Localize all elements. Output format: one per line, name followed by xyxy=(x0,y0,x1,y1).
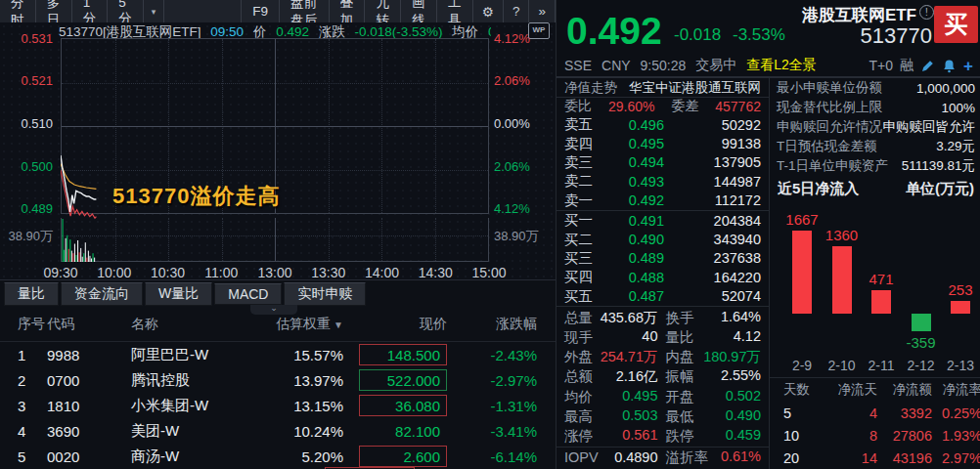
flow-bar-date: 2-12 xyxy=(900,358,943,373)
net-inflow-chart: 16672-913602-104712-11-3592-122532-13 xyxy=(770,201,980,373)
level-price: 0.489 xyxy=(603,250,664,266)
gridline-v xyxy=(115,218,116,261)
tab-3[interactable]: MACD xyxy=(214,283,282,305)
x-tick-label: 09:30 xyxy=(43,265,77,280)
edit-icon[interactable] xyxy=(920,59,935,73)
bid-row[interactable]: 买二0.490343940 xyxy=(557,230,769,248)
holdings-header-row: 序号 代码 名称 估算权重▼ 现价 涨跌幅 xyxy=(0,308,556,342)
add-icon[interactable]: + xyxy=(963,59,973,73)
info-circle-icon[interactable]: ! xyxy=(919,5,934,20)
toolbar-button-1[interactable]: 多日 xyxy=(36,0,72,22)
etf-info-rows: 最小申赎单位份额1,000,000现金替代比例上限100%申购赎回允许情况申购赎… xyxy=(770,78,980,176)
stat-value: 0.490 xyxy=(726,407,761,426)
help-icon[interactable]: ? xyxy=(504,0,530,22)
toolbar-button-0[interactable]: 分时 xyxy=(0,0,36,22)
bottom-panel: 量比资金流向W量比MACD实时申赎 ⌄ 序号 代码 名称 估算权重▼ 现价 涨跌… xyxy=(0,279,556,469)
nav-row[interactable]: 净值走势 华宝中证港股通互联网 xyxy=(557,78,769,98)
price-box: 522.000 xyxy=(359,369,447,391)
table-row[interactable]: 50020商汤-W5.20%2.600-6.14% xyxy=(0,444,556,469)
table-row[interactable]: 20700腾讯控股13.97%522.000-2.97% xyxy=(0,367,556,393)
gear-icon[interactable]: ⚙ xyxy=(473,0,504,22)
orderbook-column: 净值走势 华宝中证港股通互联网 委比 29.60% 委差 457762 卖五0.… xyxy=(557,78,769,469)
toolbar-button-r2[interactable]: 叠加 xyxy=(330,0,366,22)
toolbar-button-2[interactable]: 1分 xyxy=(72,0,109,22)
ask-row[interactable]: 卖四0.49599138 xyxy=(557,134,769,152)
cell-code: 3690 xyxy=(47,423,111,440)
quote-time: 9:50:28 xyxy=(641,58,687,73)
cell-price: 148.500 xyxy=(353,344,447,365)
table-row[interactable]: 19988阿里巴巴-W15.57%148.500-2.43% xyxy=(0,342,556,367)
toolbar-button-r3[interactable]: 九转 xyxy=(365,0,401,22)
cell-name: 腾讯控股 xyxy=(131,371,268,390)
commission-ratio-row: 委比 29.60% 委差 457762 xyxy=(557,98,769,115)
ask-row[interactable]: 卖三0.494137905 xyxy=(557,153,769,172)
stat-value: 254.71万 xyxy=(601,348,658,366)
top-toolbar: 分时多日1分5分▾F9盘前盘后叠加九转画线工具⚙?» xyxy=(0,0,556,23)
bid-row[interactable]: 买四0.488164220 xyxy=(557,268,769,286)
stat-cell: 总量435.68万 xyxy=(557,309,663,327)
stat-value: 40 xyxy=(642,328,657,347)
level-price: 0.492 xyxy=(603,192,664,208)
bid-row[interactable]: 买三0.489237638 xyxy=(557,249,769,268)
flow-table-row: 5433920.25% xyxy=(770,402,980,424)
tab-2[interactable]: W量比 xyxy=(145,282,212,306)
toolbar-button-r5[interactable]: 工具 xyxy=(437,0,473,22)
y-right-label: 2.06% xyxy=(492,159,551,174)
flow-net-days: 8 xyxy=(821,428,877,444)
flow-table-row: 108278061.93% xyxy=(770,424,980,447)
stat-cell: 均价0.495 xyxy=(557,388,663,406)
toolbar-button-r1[interactable]: 盘前盘后 xyxy=(280,0,330,22)
flow-bar-date: 2-11 xyxy=(860,358,903,373)
stat-label: 外盘 xyxy=(564,348,593,366)
price-box: 2.600 xyxy=(359,446,447,467)
tab-1[interactable]: 资金流向 xyxy=(61,282,143,306)
gridline-v xyxy=(275,218,276,261)
stat-label: 现手 xyxy=(564,328,593,347)
cell-price: 82.100 xyxy=(353,420,447,442)
info-row: 现金替代比例上限100% xyxy=(770,98,980,117)
stat-value: 180.97万 xyxy=(703,348,761,366)
flow-bar xyxy=(912,314,931,331)
sort-desc-icon: ▼ xyxy=(334,320,343,330)
toolbar-button-r0[interactable]: F9 xyxy=(242,0,280,22)
info-value: 100% xyxy=(941,101,975,115)
wb-value: 29.60% xyxy=(608,99,654,114)
level-price: 0.491 xyxy=(603,213,664,229)
avg-label: 均价 xyxy=(452,24,478,38)
info-value: 511139.81元 xyxy=(902,157,975,175)
bid-row[interactable]: 买五0.48752074 xyxy=(557,287,769,306)
stat-row: IOPV0.4890溢折率0.61% xyxy=(557,447,769,467)
volume-plot-area[interactable] xyxy=(61,218,489,262)
gridline-h xyxy=(62,83,488,84)
level-volume: 99138 xyxy=(664,136,761,151)
ask-row[interactable]: 卖一0.492112172 xyxy=(557,192,769,210)
bid-row[interactable]: 买一0.491204384 xyxy=(557,211,769,230)
level-label: 卖二 xyxy=(564,172,603,191)
bell-icon[interactable] xyxy=(942,59,957,73)
flow-bar xyxy=(871,290,891,314)
col-weight-sortable[interactable]: 估算权重▼ xyxy=(268,316,343,333)
table-row[interactable]: 43690美团-W10.24%82.100-3.41% xyxy=(0,418,556,444)
price-label: 价 xyxy=(253,24,267,38)
toolbar-button-r4[interactable]: 画线 xyxy=(401,0,437,22)
tab-0[interactable]: 量比 xyxy=(4,282,59,306)
flow-bar-date: 2-10 xyxy=(821,358,864,373)
more-icon[interactable]: » xyxy=(529,0,556,22)
flow-bar-value: -359 xyxy=(894,334,949,351)
toolbar-button-3[interactable]: 5分 xyxy=(108,0,144,22)
stat-label: 最高 xyxy=(564,407,593,426)
stat-cell: 外盘254.71万 xyxy=(557,348,663,366)
cell-change: -6.14% xyxy=(447,448,537,465)
l2-link[interactable]: 查看L2全景 xyxy=(746,57,817,74)
change-value: -0.018(-3.53%) xyxy=(354,24,442,38)
info-value: 3.29元 xyxy=(936,138,975,155)
flow-net-rate: 0.25% xyxy=(932,405,980,421)
ask-row[interactable]: 卖五0.49650292 xyxy=(557,115,769,134)
buy-button[interactable]: 买 xyxy=(934,6,978,43)
price-box: 36.080 xyxy=(359,395,447,416)
stat-cell: 最高0.503 xyxy=(557,407,663,426)
tab-4[interactable]: 实时申赎 xyxy=(284,282,366,306)
table-row[interactable]: 31810小米集团-W13.15%36.080-1.31% xyxy=(0,393,556,418)
ask-row[interactable]: 卖二0.493144987 xyxy=(557,172,769,191)
period-dropdown-icon[interactable]: ▾ xyxy=(144,0,165,22)
